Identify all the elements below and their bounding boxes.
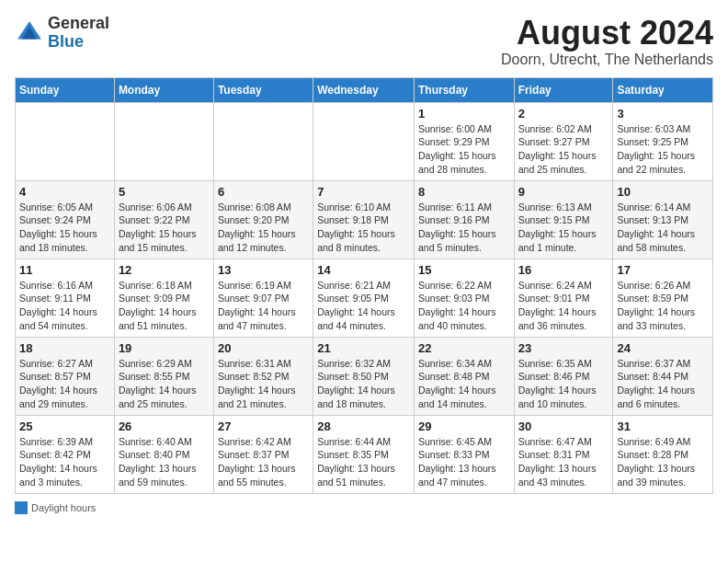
calendar-cell: 27Sunrise: 6:42 AM Sunset: 8:37 PM Dayli… [213,415,313,493]
day-header-saturday: Saturday [613,77,713,102]
day-number: 3 [617,107,709,121]
day-info: Sunrise: 6:18 AM Sunset: 9:09 PM Dayligh… [119,279,210,333]
day-info: Sunrise: 6:44 AM Sunset: 8:35 PM Dayligh… [317,435,410,489]
day-number: 4 [19,185,110,199]
calendar-cell: 17Sunrise: 6:26 AM Sunset: 8:59 PM Dayli… [613,259,713,337]
calendar-week-row: 18Sunrise: 6:27 AM Sunset: 8:57 PM Dayli… [16,337,713,415]
day-info: Sunrise: 6:24 AM Sunset: 9:01 PM Dayligh… [518,279,609,333]
day-number: 15 [418,263,510,277]
calendar-cell: 20Sunrise: 6:31 AM Sunset: 8:52 PM Dayli… [213,337,313,415]
calendar-week-row: 25Sunrise: 6:39 AM Sunset: 8:42 PM Dayli… [16,415,713,493]
day-info: Sunrise: 6:32 AM Sunset: 8:50 PM Dayligh… [317,357,410,411]
calendar-cell: 4Sunrise: 6:05 AM Sunset: 9:24 PM Daylig… [16,180,115,259]
day-number: 8 [418,185,510,199]
calendar-cell: 25Sunrise: 6:39 AM Sunset: 8:42 PM Dayli… [16,415,115,493]
day-info: Sunrise: 6:16 AM Sunset: 9:11 PM Dayligh… [19,279,110,333]
day-number: 11 [19,263,110,277]
day-header-thursday: Thursday [414,77,514,102]
day-info: Sunrise: 6:37 AM Sunset: 8:44 PM Dayligh… [617,357,709,411]
day-info: Sunrise: 6:06 AM Sunset: 9:22 PM Dayligh… [119,201,210,255]
day-number: 31 [617,419,709,433]
day-info: Sunrise: 6:42 AM Sunset: 8:37 PM Dayligh… [218,435,309,489]
day-number: 7 [317,185,410,199]
day-info: Sunrise: 6:05 AM Sunset: 9:24 PM Dayligh… [19,201,110,255]
day-info: Sunrise: 6:22 AM Sunset: 9:03 PM Dayligh… [418,279,510,333]
day-number: 13 [218,263,309,277]
day-info: Sunrise: 6:26 AM Sunset: 8:59 PM Dayligh… [617,279,709,333]
day-header-sunday: Sunday [16,77,115,102]
title-block: August 2024 Doorn, Utrecht, The Netherla… [501,15,713,68]
footer: Daylight hours [15,501,713,514]
day-info: Sunrise: 6:34 AM Sunset: 8:48 PM Dayligh… [418,357,510,411]
calendar-cell: 15Sunrise: 6:22 AM Sunset: 9:03 PM Dayli… [414,259,514,337]
legend-color-box [15,501,28,514]
calendar-cell: 1Sunrise: 6:00 AM Sunset: 9:29 PM Daylig… [414,102,514,180]
calendar-table: SundayMondayTuesdayWednesdayThursdayFrid… [15,77,713,494]
day-number: 30 [518,419,609,433]
calendar-cell: 9Sunrise: 6:13 AM Sunset: 9:15 PM Daylig… [514,180,613,259]
calendar-cell [213,102,313,180]
day-info: Sunrise: 6:02 AM Sunset: 9:27 PM Dayligh… [518,122,609,177]
calendar-cell: 19Sunrise: 6:29 AM Sunset: 8:55 PM Dayli… [114,337,213,415]
day-number: 9 [518,185,609,199]
day-info: Sunrise: 6:45 AM Sunset: 8:33 PM Dayligh… [418,435,510,489]
calendar-cell: 28Sunrise: 6:44 AM Sunset: 8:35 PM Dayli… [313,415,415,493]
day-info: Sunrise: 6:35 AM Sunset: 8:46 PM Dayligh… [518,357,609,411]
day-info: Sunrise: 6:10 AM Sunset: 9:18 PM Dayligh… [317,201,410,255]
day-info: Sunrise: 6:27 AM Sunset: 8:57 PM Dayligh… [19,357,110,411]
day-header-friday: Friday [514,77,613,102]
calendar-cell: 14Sunrise: 6:21 AM Sunset: 9:05 PM Dayli… [313,259,415,337]
logo: General Blue [15,15,109,52]
day-info: Sunrise: 6:00 AM Sunset: 9:29 PM Dayligh… [418,122,510,177]
day-number: 1 [418,107,510,121]
calendar-cell: 12Sunrise: 6:18 AM Sunset: 9:09 PM Dayli… [114,259,213,337]
day-info: Sunrise: 6:29 AM Sunset: 8:55 PM Dayligh… [119,357,210,411]
logo-blue-text: Blue [48,32,84,51]
day-number: 26 [119,419,210,433]
calendar-cell: 26Sunrise: 6:40 AM Sunset: 8:40 PM Dayli… [114,415,213,493]
calendar-week-row: 11Sunrise: 6:16 AM Sunset: 9:11 PM Dayli… [16,259,713,337]
day-info: Sunrise: 6:13 AM Sunset: 9:15 PM Dayligh… [518,201,609,255]
legend-label: Daylight hours [31,502,96,513]
day-number: 5 [119,185,210,199]
day-info: Sunrise: 6:08 AM Sunset: 9:20 PM Dayligh… [218,201,309,255]
calendar-cell: 31Sunrise: 6:49 AM Sunset: 8:28 PM Dayli… [613,415,713,493]
calendar-cell [313,102,415,180]
day-header-monday: Monday [114,77,213,102]
day-number: 21 [317,341,410,355]
calendar-cell: 24Sunrise: 6:37 AM Sunset: 8:44 PM Dayli… [613,337,713,415]
calendar-cell: 21Sunrise: 6:32 AM Sunset: 8:50 PM Dayli… [313,337,415,415]
calendar-cell: 29Sunrise: 6:45 AM Sunset: 8:33 PM Dayli… [414,415,514,493]
day-number: 27 [218,419,309,433]
day-header-tuesday: Tuesday [213,77,313,102]
calendar-cell: 6Sunrise: 6:08 AM Sunset: 9:20 PM Daylig… [213,180,313,259]
calendar-cell: 23Sunrise: 6:35 AM Sunset: 8:46 PM Dayli… [514,337,613,415]
day-info: Sunrise: 6:39 AM Sunset: 8:42 PM Dayligh… [19,435,110,489]
day-number: 10 [617,185,709,199]
day-info: Sunrise: 6:40 AM Sunset: 8:40 PM Dayligh… [119,435,210,489]
day-number: 17 [617,263,709,277]
page-header: General Blue August 2024 Doorn, Utrecht,… [15,15,713,68]
day-info: Sunrise: 6:21 AM Sunset: 9:05 PM Dayligh… [317,279,410,333]
day-number: 28 [317,419,410,433]
calendar-cell: 3Sunrise: 6:03 AM Sunset: 9:25 PM Daylig… [613,102,713,180]
calendar-cell: 13Sunrise: 6:19 AM Sunset: 9:07 PM Dayli… [213,259,313,337]
day-number: 6 [218,185,309,199]
day-number: 19 [119,341,210,355]
day-info: Sunrise: 6:19 AM Sunset: 9:07 PM Dayligh… [218,279,309,333]
calendar-cell [114,102,213,180]
calendar-cell: 7Sunrise: 6:10 AM Sunset: 9:18 PM Daylig… [313,180,415,259]
day-number: 29 [418,419,510,433]
calendar-week-row: 1Sunrise: 6:00 AM Sunset: 9:29 PM Daylig… [16,102,713,180]
calendar-cell: 11Sunrise: 6:16 AM Sunset: 9:11 PM Dayli… [16,259,115,337]
day-number: 14 [317,263,410,277]
day-info: Sunrise: 6:47 AM Sunset: 8:31 PM Dayligh… [518,435,609,489]
logo-general-text: General [48,14,109,32]
day-number: 24 [617,341,709,355]
day-header-wednesday: Wednesday [313,77,415,102]
calendar-week-row: 4Sunrise: 6:05 AM Sunset: 9:24 PM Daylig… [16,180,713,259]
day-info: Sunrise: 6:11 AM Sunset: 9:16 PM Dayligh… [418,201,510,255]
day-number: 20 [218,341,309,355]
calendar-cell: 18Sunrise: 6:27 AM Sunset: 8:57 PM Dayli… [16,337,115,415]
day-number: 22 [418,341,510,355]
